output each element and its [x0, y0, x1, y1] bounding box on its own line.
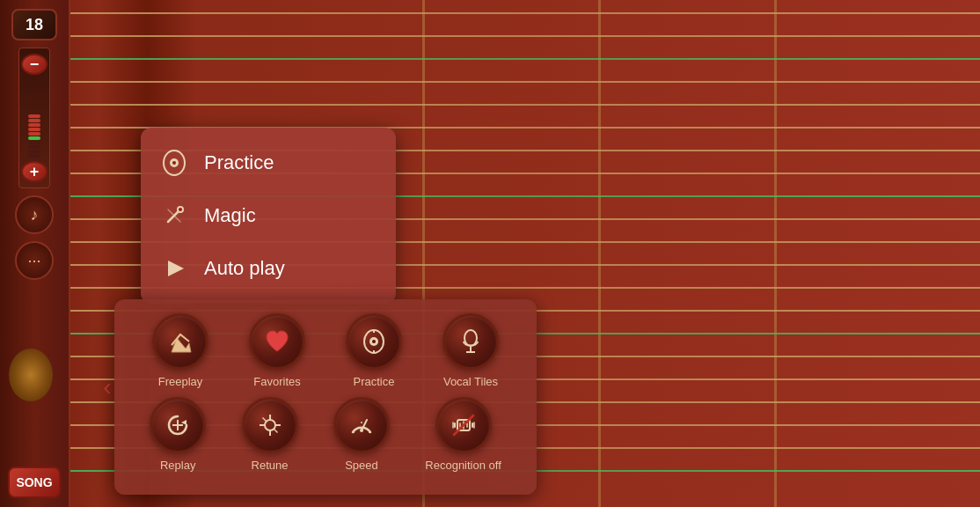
vol-bar-10	[28, 154, 40, 158]
favorites-button[interactable]	[249, 313, 305, 370]
mode-item-magic[interactable]: Magic	[141, 189, 396, 242]
practice-item[interactable]: Practice	[346, 313, 402, 388]
mode-item-autoplay[interactable]: Auto play	[141, 242, 396, 295]
vol-bar-3	[28, 123, 40, 127]
vol-bar-9	[28, 150, 40, 153]
mode-item-practice[interactable]: Practice	[141, 136, 396, 189]
retune-item[interactable]: Retune	[242, 397, 298, 472]
replay-button[interactable]	[150, 397, 206, 453]
bottom-panel: Freeplay Favorites	[114, 299, 537, 495]
retune-button[interactable]	[242, 397, 298, 453]
volume-slider: − +	[18, 48, 50, 188]
more-icon: ···	[27, 252, 40, 270]
freeplay-button[interactable]	[152, 313, 208, 370]
instrument-background: 18 − + ♪ ··· SONG	[0, 0, 980, 507]
svg-point-4	[179, 208, 182, 211]
speed-button[interactable]	[333, 397, 390, 453]
svg-point-8	[372, 340, 376, 343]
recognition-off-item[interactable]: Recognition off	[425, 397, 501, 472]
speed-label: Speed	[345, 459, 378, 472]
practice-panel-label: Practice	[354, 375, 395, 388]
string-2	[70, 35, 980, 37]
freeplay-item[interactable]: Freeplay	[152, 313, 208, 388]
vol-bar-2	[28, 119, 40, 122]
recognition-off-button[interactable]	[435, 397, 492, 453]
svg-marker-5	[168, 261, 184, 276]
ornament-decoration	[9, 349, 53, 401]
string-1	[70, 12, 980, 14]
autoplay-icon	[158, 253, 190, 284]
magic-label: Magic	[204, 204, 256, 227]
panel-row-1: Freeplay Favorites	[132, 313, 519, 388]
mode-menu: Practice Magic Auto play	[141, 128, 396, 304]
vocal-tiles-item[interactable]: Vocal Tiles	[442, 313, 499, 388]
music-icon: ♪	[31, 206, 39, 224]
bridge-line-2	[598, 0, 601, 507]
left-sidebar: 18 − + ♪ ··· SONG	[0, 0, 70, 507]
practice-button[interactable]	[346, 313, 402, 370]
vol-bar-8	[28, 145, 40, 149]
string-4	[70, 81, 980, 83]
replay-label: Replay	[160, 459, 195, 472]
music-button[interactable]: ♪	[15, 195, 54, 234]
retune-label: Retune	[252, 459, 289, 472]
vocal-tiles-button[interactable]	[442, 313, 499, 370]
svg-line-23	[274, 430, 277, 433]
svg-line-22	[262, 418, 266, 422]
replay-item[interactable]: Replay	[150, 397, 206, 472]
svg-point-2	[172, 161, 176, 165]
favorites-item[interactable]: Favorites	[249, 313, 305, 388]
recognition-off-label: Recognition off	[425, 459, 501, 472]
vol-bar-4	[28, 128, 40, 131]
svg-point-11	[464, 330, 477, 346]
vocal-tiles-label: Vocal Tiles	[443, 375, 498, 388]
vol-bar-1	[28, 114, 40, 118]
volume-plus-button[interactable]: +	[21, 161, 48, 182]
string-3	[70, 58, 980, 60]
magic-icon	[158, 200, 190, 231]
vol-bar-7	[28, 141, 40, 144]
autoplay-label: Auto play	[204, 257, 285, 280]
panel-row-2: Replay Retune	[132, 397, 519, 472]
number-badge: 18	[11, 9, 57, 40]
freeplay-label: Freeplay	[158, 375, 203, 388]
favorites-label: Favorites	[253, 375, 300, 388]
speed-item[interactable]: Speed	[333, 397, 390, 472]
practice-label: Practice	[204, 151, 274, 174]
vol-bar-6	[28, 136, 40, 140]
song-button[interactable]: SONG	[8, 467, 61, 498]
string-5	[70, 104, 980, 106]
practice-icon	[158, 147, 190, 179]
volume-minus-button[interactable]: −	[21, 54, 48, 75]
bridge-line-3	[774, 0, 777, 507]
vol-bar-5	[28, 132, 40, 136]
svg-point-25	[360, 429, 363, 432]
volume-bar-container	[28, 78, 40, 158]
svg-point-17	[265, 420, 275, 430]
more-button[interactable]: ···	[15, 241, 54, 280]
